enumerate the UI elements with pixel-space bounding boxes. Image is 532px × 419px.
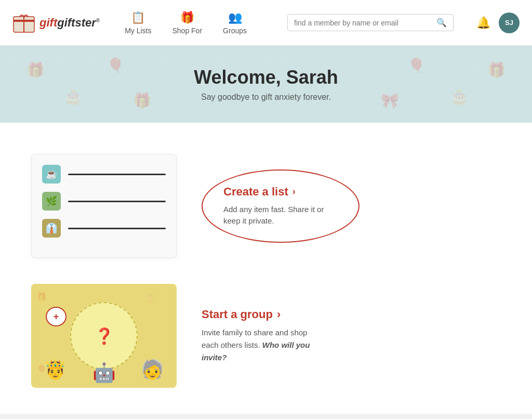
thought-bubble: +: [46, 307, 66, 326]
logo-icon: [12, 11, 35, 34]
main-content: ☕ 🌿 👔 Create a list ›: [0, 123, 532, 414]
question-mark-icon: ❓: [95, 327, 114, 345]
create-list-text: Create a list › Add any item fast. Share…: [202, 169, 501, 243]
nav-my-lists[interactable]: 📋 My Lists: [116, 7, 159, 39]
groups-label: Groups: [223, 27, 247, 35]
logo[interactable]: giftgiftster®: [12, 11, 100, 34]
list-illustration: ☕ 🌿 👔: [31, 154, 177, 258]
start-group-link[interactable]: Start a group ›: [202, 308, 501, 321]
shirt-icon-box: 👔: [42, 219, 61, 238]
start-group-section: 🎁 🎂 🎈 🎀 ❓ + 🤴 🤖 🧓 Start a group ›: [31, 279, 501, 393]
item-line-1: [68, 174, 166, 175]
create-list-oval: Create a list › Add any item fast. Share…: [202, 169, 360, 243]
list-item-1: ☕: [42, 165, 166, 184]
search-input[interactable]: [294, 19, 432, 27]
hero-title: Welcome, Sarah: [10, 67, 522, 88]
svg-text:🎁: 🎁: [36, 292, 47, 302]
item-line-2: [68, 201, 166, 202]
start-group-text: Start a group › Invite family to share a…: [202, 308, 501, 364]
hero-subtitle: Say goodbye to gift anxiety forever.: [10, 93, 522, 102]
item-line-3: [68, 228, 166, 229]
cup-icon-box: ☕: [42, 165, 61, 184]
my-lists-label: My Lists: [125, 27, 151, 35]
hero-banner: 🎁 🎂 🎈 🎁 🎁 🎂 🎈 🎀 Welcome, Sarah Say goodb…: [0, 46, 532, 123]
group-illustration: 🎁 🎂 🎈 🎀 ❓ + 🤴 🤖 🧓: [31, 284, 177, 388]
shop-for-icon: 🎁: [180, 11, 194, 24]
cup-icon: ☕: [46, 168, 57, 180]
main-nav: 📋 My Lists 🎁 Shop For 👥 Groups: [116, 7, 271, 39]
character-left: 🤴: [44, 359, 67, 381]
header-actions: 🔔 SJ: [476, 12, 520, 33]
create-list-chevron: ›: [292, 186, 296, 197]
nav-shop-for[interactable]: 🎁 Shop For: [164, 7, 210, 39]
character-right: 🧓: [141, 359, 164, 381]
header: giftgiftster® 📋 My Lists 🎁 Shop For 👥 Gr…: [0, 0, 532, 46]
logo-text: giftgiftster®: [39, 16, 100, 30]
svg-text:🎂: 🎂: [145, 292, 156, 302]
plus-icon: +: [54, 311, 59, 322]
plant-icon-box: 🌿: [42, 192, 61, 211]
group-spotlight-circle: ❓: [70, 302, 138, 370]
search-icon[interactable]: 🔍: [436, 18, 447, 28]
list-item-3: 👔: [42, 219, 166, 238]
start-group-description: Invite family to share and shop each oth…: [202, 326, 326, 364]
plant-icon: 🌿: [46, 195, 57, 207]
groups-icon: 👥: [228, 11, 242, 24]
nav-groups[interactable]: 👥 Groups: [215, 7, 255, 39]
create-list-section: ☕ 🌿 👔 Create a list ›: [31, 143, 501, 279]
list-item-2: 🌿: [42, 192, 166, 211]
avatar[interactable]: SJ: [499, 12, 520, 33]
notification-bell-icon[interactable]: 🔔: [476, 16, 490, 30]
shirt-icon: 👔: [46, 222, 57, 234]
search-bar[interactable]: 🔍: [287, 14, 454, 31]
create-list-description: Add any item fast. Share it or keep it p…: [223, 204, 338, 227]
create-list-link[interactable]: Create a list ›: [223, 185, 338, 199]
my-lists-icon: 📋: [131, 11, 145, 24]
shop-for-label: Shop For: [172, 27, 202, 35]
character-center: 🤖: [92, 362, 116, 384]
start-group-chevron: ›: [277, 308, 281, 321]
